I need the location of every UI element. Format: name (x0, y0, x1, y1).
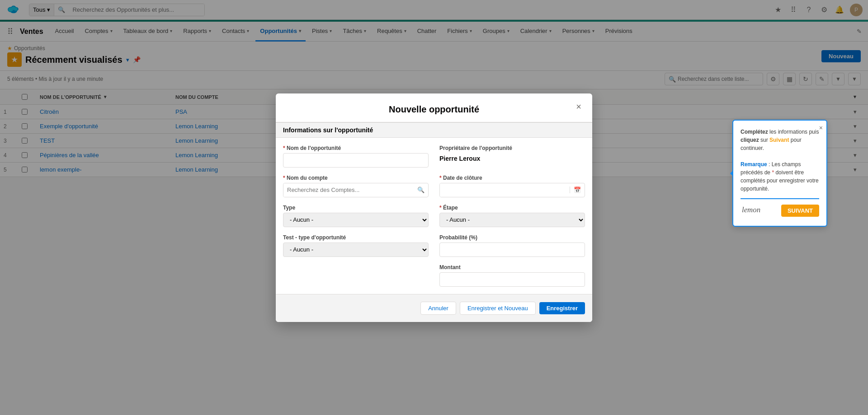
proprietaire-label: Propriétaire de l'opportunité (439, 145, 585, 151)
modal-close-button[interactable]: × (572, 101, 585, 113)
proprietaire-value: Pierre Leroux (439, 155, 585, 162)
field-nom-opportunite: * Nom de l'opportunité (283, 145, 429, 168)
field-proprietaire: Propriétaire de l'opportunité Pierre Ler… (439, 145, 585, 168)
tooltip-popup: × Complétez les informations puis clique… (732, 120, 827, 177)
new-opportunity-modal: Nouvelle opportunité × Informations sur … (276, 93, 592, 177)
tooltip-text-complete: Complétez les informations puis cliquez … (741, 129, 819, 151)
field-date-cloture: * Date de clôture 📅 (439, 175, 585, 177)
tooltip-close-button[interactable]: × (819, 124, 823, 131)
nom-compte-label: * Nom du compte (283, 175, 429, 177)
nom-opportunite-label: * Nom de l'opportunité (283, 145, 429, 151)
tooltip-content: Complétez les informations puis cliquez … (741, 128, 819, 177)
date-cloture-label: * Date de clôture (439, 175, 585, 177)
modal-body: Informations sur l'opportunité * Nom de … (276, 122, 592, 177)
modal-header: Nouvelle opportunité × (276, 93, 592, 122)
tooltip-suivant-ref: Suivant (769, 137, 789, 143)
modal-form: * Nom de l'opportunité Propriétaire de l… (276, 138, 592, 177)
field-nom-compte: * Nom du compte 🔍 (283, 175, 429, 177)
modal-section-header: Informations sur l'opportunité (276, 122, 592, 138)
nom-opportunite-input[interactable] (283, 153, 429, 168)
tooltip-remarque: Remarque : Les champs précédés de * doiv… (741, 161, 819, 177)
modal-title: Nouvelle opportunité (389, 104, 479, 114)
